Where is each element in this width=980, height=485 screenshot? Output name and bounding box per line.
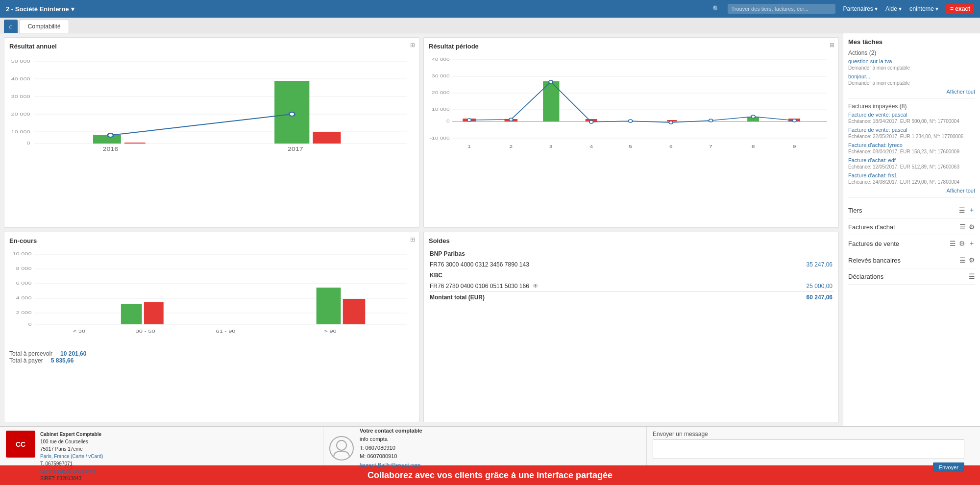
total-percevoir-label: Total à percevoir	[9, 350, 52, 357]
kbc-row: KBC	[429, 270, 833, 281]
partenaires-link[interactable]: Partenaires ▾	[843, 5, 878, 12]
nav-left: 2 - Société Eninterne ▾	[6, 5, 74, 13]
svg-rect-71	[144, 302, 164, 324]
total-amount: 60 247,06	[752, 292, 833, 303]
svg-text:30 000: 30 000	[432, 73, 450, 78]
facture3-sub: Échéance: 08/04/2017, EUR 158,23, N°: 17…	[848, 149, 975, 154]
svg-point-40	[467, 119, 471, 121]
svg-text:9: 9	[793, 144, 796, 149]
cabinet-title: Cabinet Expert Comptable	[40, 432, 101, 437]
aide-link[interactable]: Aide ▾	[885, 5, 902, 12]
svg-rect-73	[343, 299, 366, 324]
soldes-title: Soldes	[429, 237, 833, 244]
banner-text: Collaborez avec vos clients grâce à une …	[368, 470, 612, 481]
facture2-link[interactable]: Facture de vente: pascal	[848, 127, 975, 133]
svg-rect-12	[93, 135, 121, 144]
message-textarea[interactable]	[653, 439, 964, 459]
tab-label: Comptabilité	[28, 23, 61, 30]
svg-text:30 - 50: 30 - 50	[136, 329, 155, 334]
svg-text:0: 0	[27, 141, 30, 146]
svg-text:5: 5	[629, 144, 632, 149]
facture4-link[interactable]: Facture d'achat: edf	[848, 157, 975, 163]
list-icon[interactable]: ☰	[969, 272, 975, 280]
action1-link[interactable]: question sur la tva	[848, 58, 975, 64]
afficher-tout-2[interactable]: Afficher tout	[848, 188, 975, 194]
charts-area: Résultat annuel ⊞ 50 000 40 000 30 000 2…	[0, 33, 843, 426]
cabinet-email-link[interactable]: laurent.bailly@exact.com	[40, 468, 95, 474]
home-tab[interactable]: ⌂	[4, 20, 18, 33]
encours-title: En-cours	[9, 237, 414, 244]
settings-icon[interactable]: ⚙	[969, 256, 975, 264]
facture5-link[interactable]: Facture d'achat: frs1	[848, 172, 975, 178]
svg-text:30 000: 30 000	[11, 94, 30, 99]
resultat-annuel-title: Résultat annuel	[9, 43, 414, 50]
list-icon[interactable]: ☰	[950, 240, 956, 247]
action2-link[interactable]: bonjour...	[848, 73, 975, 79]
svg-rect-15	[313, 132, 341, 144]
company-selector[interactable]: 2 - Société Eninterne ▾	[6, 5, 74, 13]
tab-comptabilite[interactable]: Comptabilité	[20, 20, 69, 33]
factures-achat-row: Factures d'achat ☰ ⚙	[848, 219, 975, 235]
footer-contact-section-title: Votre contact comptable	[360, 428, 422, 434]
declarations-row: Déclarations ☰	[848, 268, 975, 285]
svg-point-17	[289, 112, 294, 116]
svg-text:4: 4	[589, 144, 593, 149]
afficher-tout-1[interactable]: Afficher tout	[848, 89, 975, 95]
svg-text:3: 3	[549, 144, 553, 149]
add-icon[interactable]: ＋	[968, 239, 975, 248]
cabinet-phone: T. 0675997071	[40, 461, 73, 466]
soldes-table: BNP Paribas FR76 3000 4000 0312 3456 789…	[429, 248, 833, 303]
tiers-label: Tiers	[848, 207, 862, 214]
total-row: Montant total (EUR) 60 247,06	[429, 292, 833, 303]
svg-text:-10 000: -10 000	[430, 136, 450, 141]
send-button[interactable]: Envoyer	[933, 462, 964, 472]
list-icon[interactable]: ☰	[959, 223, 966, 231]
chevron-down-icon: ▾	[875, 5, 878, 12]
eye-icon[interactable]: 👁	[533, 283, 539, 290]
svg-text:> 90: > 90	[324, 329, 336, 334]
svg-text:2: 2	[510, 144, 513, 149]
svg-text:CC: CC	[16, 440, 25, 448]
cabinet-address3-link[interactable]: Paris, France (Carte / vCard)	[40, 454, 103, 459]
svg-text:20 000: 20 000	[11, 112, 30, 117]
add-icon[interactable]: ＋	[968, 206, 975, 215]
company-name: 2 - Société Eninterne	[6, 5, 69, 13]
tiers-row: Tiers ☰ ＋	[848, 202, 975, 219]
svg-text:8: 8	[752, 144, 755, 149]
facture1-sub: Échéance: 18/04/2017, EUR 500,00, N°: 17…	[848, 119, 975, 124]
svg-point-47	[751, 115, 755, 118]
kbc-amount: 25 000,00	[752, 281, 833, 292]
contact-content: Votre contact comptable info compta T: 0…	[329, 427, 422, 470]
settings-icon[interactable]: ⚙	[969, 223, 975, 231]
total-payer-label: Total à payer	[9, 357, 43, 364]
contact-email[interactable]: laurent.Bailly@exact.com	[360, 462, 420, 468]
main-content: Résultat annuel ⊞ 50 000 40 000 30 000 2…	[0, 33, 980, 426]
svg-text:20 000: 20 000	[432, 90, 450, 95]
total-percevoir-value: 10 201,60	[60, 350, 86, 357]
settings-icon[interactable]: ⚙	[959, 240, 965, 247]
resultat-periode-chart: 40 000 30 000 20 000 10 000 0 -10 000	[429, 54, 833, 152]
svg-text:2 000: 2 000	[16, 310, 32, 315]
expand-icon[interactable]: ⊞	[830, 42, 834, 48]
svg-text:0: 0	[446, 119, 450, 123]
search-input[interactable]	[728, 4, 835, 14]
facture3-link[interactable]: Facture d'achat: lyreco	[848, 142, 975, 148]
declarations-label: Déclarations	[848, 273, 883, 280]
facture1-link[interactable]: Facture de vente: pascal	[848, 112, 975, 118]
kbc-iban: FR76 2780 0400 0106 0511 5030 166 👁	[429, 281, 752, 292]
user-link[interactable]: eninterne ▾	[909, 5, 938, 12]
home-icon: ⌂	[9, 23, 13, 30]
contact-details: Votre contact comptable info compta T: 0…	[360, 427, 422, 470]
resultat-periode-card: Résultat période ⊞ 40 000 30 000 20 000 …	[423, 37, 839, 228]
list-icon[interactable]: ☰	[959, 256, 966, 264]
svg-text:7: 7	[709, 144, 712, 149]
svg-rect-70	[121, 304, 142, 324]
total-label: Montant total (EUR)	[429, 292, 752, 303]
soldes-card: Soldes BNP Paribas FR76 3000 4000 0312 3…	[423, 232, 839, 422]
kbc-name: KBC	[430, 272, 442, 279]
svg-text:10 000: 10 000	[12, 251, 31, 256]
list-icon[interactable]: ☰	[959, 206, 965, 214]
expand-icon[interactable]: ⊞	[410, 236, 415, 243]
expand-icon[interactable]: ⊞	[410, 42, 415, 48]
svg-point-43	[589, 121, 593, 123]
